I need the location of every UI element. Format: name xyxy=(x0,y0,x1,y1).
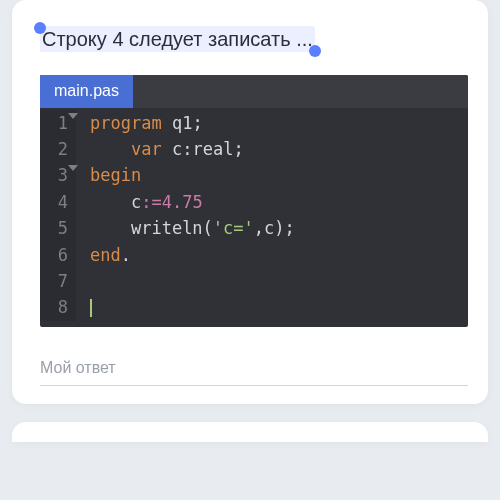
cursor xyxy=(90,299,92,317)
line-number: 2 xyxy=(50,136,68,162)
editor-tabs: main.pas xyxy=(40,75,468,108)
code-body: 1 2 3 4 5 6 7 8 program q1; var c:real; … xyxy=(40,108,468,327)
fold-icon[interactable] xyxy=(68,165,78,171)
code-line: begin xyxy=(90,162,468,188)
tab-main-pas[interactable]: main.pas xyxy=(40,75,133,108)
line-number: 5 xyxy=(50,215,68,241)
line-gutter: 1 2 3 4 5 6 7 8 xyxy=(40,110,76,321)
line-number: 4 xyxy=(50,189,68,215)
code-editor: main.pas 1 2 3 4 5 6 7 8 program q1; var… xyxy=(40,75,468,327)
line-number: 8 xyxy=(50,294,68,320)
line-number: 7 xyxy=(50,268,68,294)
code-line: c:=4.75 xyxy=(90,189,468,215)
code-line xyxy=(90,268,468,294)
code-line: end. xyxy=(90,242,468,268)
answer-field-row xyxy=(40,353,468,386)
line-number: 1 xyxy=(50,110,68,136)
question-selection[interactable]: Строку 4 следует записать ... xyxy=(40,28,315,51)
line-number: 6 xyxy=(50,242,68,268)
answer-input[interactable] xyxy=(40,359,468,377)
code-line: program q1; xyxy=(90,110,468,136)
code-line: writeln('c=',c); xyxy=(90,215,468,241)
code-line xyxy=(90,294,468,320)
code-line: var c:real; xyxy=(90,136,468,162)
code-lines: program q1; var c:real; begin c:=4.75 wr… xyxy=(76,110,468,321)
next-card-peek xyxy=(12,422,488,442)
selection-handle-start[interactable] xyxy=(34,22,46,34)
question-card: Строку 4 следует записать ... main.pas 1… xyxy=(12,0,488,404)
fold-icon[interactable] xyxy=(68,113,78,119)
selection-handle-end[interactable] xyxy=(309,45,321,57)
line-number: 3 xyxy=(50,162,68,188)
question-text: Строку 4 следует записать ... xyxy=(40,26,315,52)
